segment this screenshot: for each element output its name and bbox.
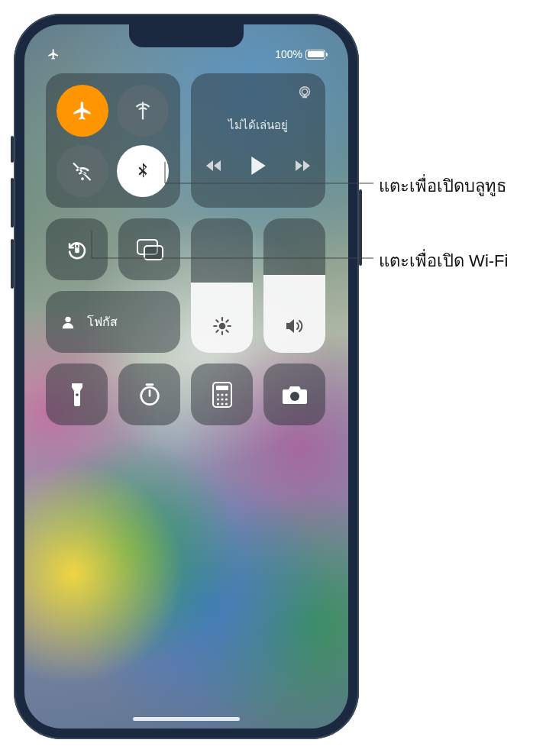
callout-wifi: แตะเพื่อเปิด Wi-Fi <box>379 247 508 274</box>
callout-lines <box>0 0 559 756</box>
callout-bluetooth: แตะเพื่อเปิดบลูทูธ <box>379 173 506 199</box>
